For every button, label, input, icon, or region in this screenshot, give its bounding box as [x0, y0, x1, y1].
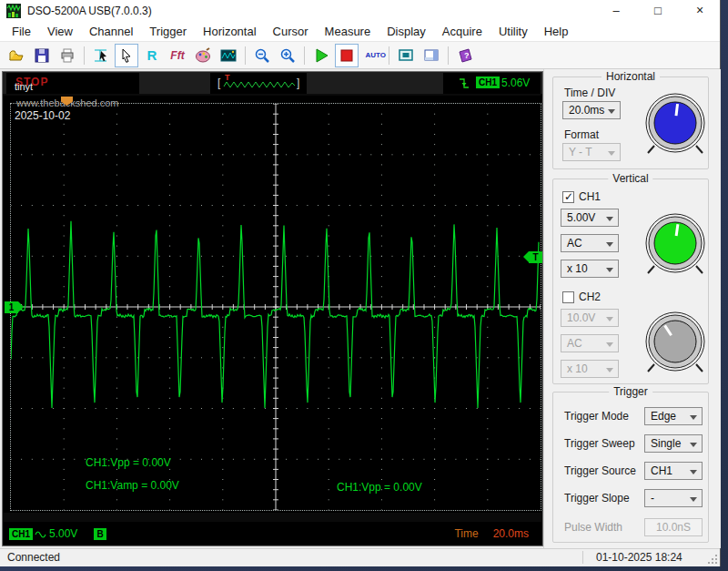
trigger-channel-badge: CH1: [476, 76, 500, 88]
waveform-display-button[interactable]: [217, 44, 240, 67]
menu-measure[interactable]: Measure: [317, 22, 379, 41]
waveform-screen-icon: [220, 47, 237, 64]
print-button[interactable]: [56, 44, 79, 67]
scope-display[interactable]: www.thebackshed.com 2025-10-02 1 T CH1:V…: [4, 96, 541, 513]
chevron-down-icon: [690, 415, 697, 420]
time-value: 20.0ms: [493, 527, 529, 540]
measure-cursor-icon: [93, 47, 109, 64]
window-title: DSO-5200A USB(7.0.0.3): [27, 5, 152, 17]
preview-bracket-left: [: [217, 73, 220, 93]
start-acquisition-button[interactable]: [309, 44, 333, 67]
horizontal-title: Horizontal: [602, 70, 660, 83]
measure-cursor-button[interactable]: [89, 44, 113, 67]
pulse-width-label: Pulse Width: [564, 521, 622, 534]
r-letter-icon: R: [147, 47, 157, 63]
save-button[interactable]: [30, 44, 54, 67]
menu-view[interactable]: View: [39, 22, 81, 41]
auto-icon: AUTO: [366, 52, 379, 59]
menu-trigger[interactable]: Trigger: [141, 22, 195, 41]
resize-grip-icon[interactable]: [708, 555, 717, 564]
ch1-volts-select[interactable]: 5.00V: [561, 209, 619, 227]
app-logo-icon: [6, 4, 21, 18]
toolbar-separator: [84, 46, 85, 65]
trigger-slope-value: -: [651, 492, 654, 505]
format-select[interactable]: Y - T: [562, 143, 621, 161]
trigger-source-select[interactable]: CH1: [644, 462, 703, 480]
zoom-in-button[interactable]: [276, 44, 299, 67]
ch2-probe-value: x 10: [567, 362, 588, 375]
pulse-width-input[interactable]: 10.0nS: [644, 518, 703, 536]
pointer-button[interactable]: [115, 44, 138, 67]
time-div-value: 20.0ms: [569, 104, 604, 117]
trigger-slope-select[interactable]: -: [644, 489, 703, 507]
open-folder-icon: [8, 47, 25, 64]
trigger-mode-select[interactable]: Edge: [644, 407, 703, 425]
horizontal-time-knob[interactable]: [642, 92, 708, 158]
graticule-frame: [10, 103, 541, 511]
floppy-icon: [34, 47, 50, 64]
toolbar-separator: [389, 46, 389, 65]
time-div-select[interactable]: 20.0ms: [562, 101, 621, 119]
ch2-vertical-knob[interactable]: [642, 311, 708, 376]
reference-button[interactable]: R: [140, 44, 164, 67]
maximize-button[interactable]: □: [637, 0, 679, 22]
vertical-group: Vertical CH1 5.00V AC x 10: [552, 178, 709, 384]
play-icon: [313, 47, 329, 64]
channel1-level-marker[interactable]: 1: [5, 301, 18, 313]
menu-utility[interactable]: Utility: [490, 22, 536, 41]
ch2-volts-select[interactable]: 10.0V: [561, 309, 619, 327]
display-color-button[interactable]: [191, 44, 215, 67]
chevron-down-icon: [690, 443, 697, 447]
ch1-volts-div: 5.00V: [49, 527, 77, 540]
ch1-checkbox[interactable]: [562, 191, 574, 203]
close-button[interactable]: ×: [679, 0, 721, 22]
menu-cursor[interactable]: Cursor: [265, 22, 317, 41]
trigger-mode-label: Trigger Mode: [564, 410, 629, 423]
trigger-level-marker[interactable]: T: [529, 251, 542, 263]
ch2-label: CH2: [579, 291, 601, 303]
open-file-button[interactable]: [5, 44, 28, 67]
chevron-down-icon: [606, 268, 613, 272]
svg-text:?: ?: [464, 51, 470, 60]
chevron-down-icon: [690, 470, 697, 474]
chevron-down-icon: [608, 109, 615, 114]
fft-button[interactable]: Fft: [166, 44, 189, 67]
chevron-down-icon: [606, 317, 613, 321]
acquisition-preview[interactable]: T [ ]: [210, 73, 307, 94]
ch2-probe-select[interactable]: x 10: [561, 360, 619, 378]
scope-status-strip: STOP tinyt T [ ] CH1 5.06V: [3, 72, 542, 94]
ch1-vertical-knob[interactable]: [642, 212, 708, 278]
vertical-title: Vertical: [608, 172, 652, 185]
fullscreen-button[interactable]: [394, 44, 418, 67]
trigger-sweep-select[interactable]: Single: [644, 434, 703, 453]
help-book-icon: ?: [457, 47, 473, 64]
ch1-probe-value: x 10: [567, 262, 588, 275]
menu-display[interactable]: Display: [379, 22, 434, 41]
menu-channel[interactable]: Channel: [81, 22, 141, 41]
menu-help[interactable]: Help: [536, 22, 577, 41]
stop-acquisition-button[interactable]: [335, 44, 359, 67]
toolbar-separator: [448, 46, 449, 65]
toolbar: R Fft: [0, 42, 720, 69]
time-label: Time: [454, 527, 478, 540]
zoom-in-icon: [279, 47, 296, 64]
panel-layout-button[interactable]: [420, 44, 443, 67]
status-bar: Connected 01-10-2025 18:24: [0, 548, 720, 566]
format-label: Format: [564, 128, 599, 141]
ch2-coupling-select[interactable]: AC: [561, 334, 619, 352]
menu-acquire[interactable]: Acquire: [434, 22, 490, 41]
window-panels-icon: [423, 47, 440, 64]
menu-horizontal[interactable]: Horizontal: [195, 22, 265, 41]
trigger-title: Trigger: [609, 385, 652, 398]
preview-bracket-right: ]: [297, 73, 299, 93]
help-button[interactable]: ?: [453, 44, 477, 67]
menu-file[interactable]: File: [4, 22, 39, 41]
autoset-button[interactable]: AUTO: [360, 44, 384, 67]
minimize-button[interactable]: –: [595, 0, 637, 22]
waveform-plot: [11, 104, 541, 510]
ch2-checkbox[interactable]: [562, 291, 574, 303]
trigger-sweep-label: Trigger Sweep: [564, 437, 635, 450]
ch1-probe-select[interactable]: x 10: [561, 260, 619, 278]
zoom-out-button[interactable]: [250, 44, 274, 67]
ch1-coupling-select[interactable]: AC: [561, 234, 619, 252]
